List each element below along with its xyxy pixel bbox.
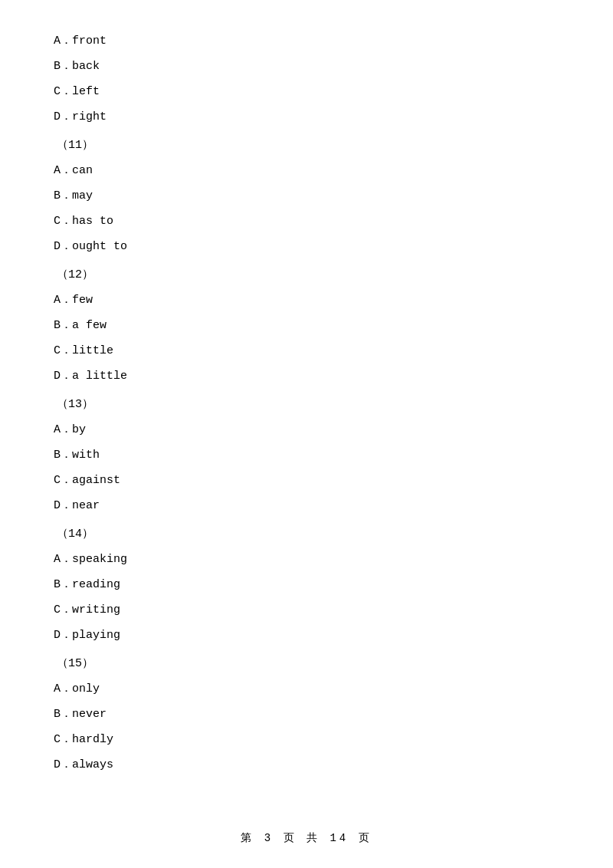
option-c-11: C．has to	[54, 211, 559, 232]
option-b-11: B．may	[54, 186, 559, 206]
question-group-0: A．front B．back C．left D．right	[54, 31, 559, 127]
question-number-11: （11）	[54, 135, 559, 156]
option-b-13: B．with	[54, 445, 559, 465]
option-c-13: C．against	[54, 470, 559, 491]
option-a-12: A．few	[54, 290, 559, 311]
option-d-11: D．ought to	[54, 236, 559, 257]
option-b-0: B．back	[54, 56, 559, 77]
question-number-15: （15）	[54, 653, 559, 674]
option-d-14: D．playing	[54, 625, 559, 646]
question-group-13: A．by B．with C．against D．near	[54, 419, 559, 516]
option-a-15: A．only	[54, 679, 559, 699]
option-b-12: B．a few	[54, 315, 559, 336]
question-group-11: A．can B．may C．has to D．ought to	[54, 160, 559, 257]
question-group-15: A．only B．never C．hardly D．always	[54, 679, 559, 775]
option-c-0: C．left	[54, 81, 559, 102]
page-number-text: 第 3 页 共 14 页	[241, 832, 372, 844]
question-group-14: A．speaking B．reading C．writing D．playing	[54, 549, 559, 646]
option-a-13: A．by	[54, 419, 559, 440]
option-c-15: C．hardly	[54, 729, 559, 750]
option-c-14: C．writing	[54, 600, 559, 620]
question-group-12: A．few B．a few C．little D．a little	[54, 290, 559, 386]
question-number-13: （13）	[54, 394, 559, 415]
option-a-11: A．can	[54, 160, 559, 181]
option-d-0: D．right	[54, 107, 559, 127]
page-footer: 第 3 页 共 14 页	[0, 831, 613, 845]
option-a-14: A．speaking	[54, 549, 559, 570]
option-b-14: B．reading	[54, 574, 559, 595]
main-content: A．front B．back C．left D．right （11） A．can…	[0, 0, 613, 826]
option-b-15: B．never	[54, 704, 559, 725]
option-d-13: D．near	[54, 495, 559, 516]
option-d-15: D．always	[54, 755, 559, 775]
option-a-0: A．front	[54, 31, 559, 51]
question-number-12: （12）	[54, 265, 559, 285]
option-c-12: C．little	[54, 340, 559, 361]
option-d-12: D．a little	[54, 366, 559, 386]
question-number-14: （14）	[54, 524, 559, 544]
